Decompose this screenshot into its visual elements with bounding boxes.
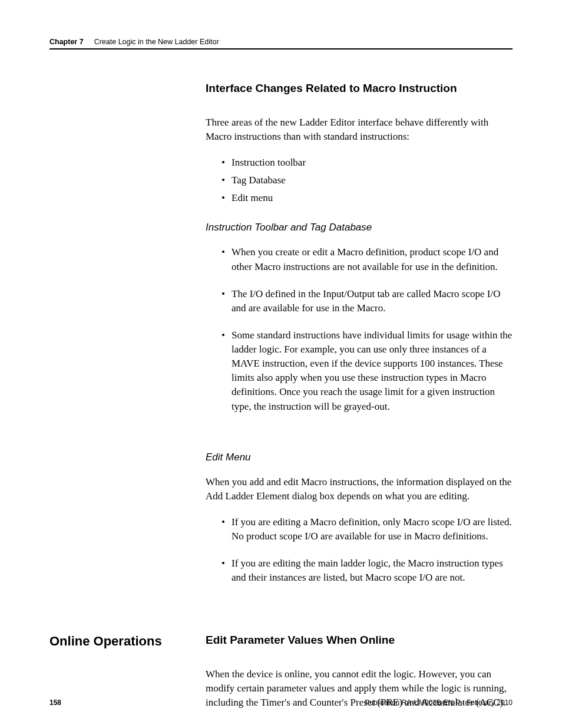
intro-paragraph: Three areas of the new Ladder Editor int…: [206, 116, 513, 144]
subheading-edit-menu: Edit Menu: [206, 452, 513, 463]
list-item: If you are editing a Macro definition, o…: [206, 515, 513, 543]
page-footer: 158 Publication RA-UM003B-EN-P - Februar…: [49, 699, 513, 707]
subheading-instruction-toolbar: Instruction Toolbar and Tag Database: [206, 222, 513, 233]
list-item: Some standard instructions have individu…: [206, 328, 513, 414]
list-item: Edit menu: [206, 191, 513, 205]
page-number: 158: [49, 699, 61, 707]
areas-list: Instruction toolbar Tag Database Edit me…: [206, 156, 513, 205]
list-item: When you create or edit a Macro definiti…: [206, 245, 513, 274]
spacer: [206, 430, 513, 449]
left-margin-column: Online Operations: [49, 633, 188, 722]
sub1-bullets: When you create or edit a Macro definiti…: [206, 245, 513, 413]
side-heading-online-operations: Online Operations: [49, 633, 188, 650]
spacer: [49, 601, 513, 633]
publication-info: Publication RA-UM003B-EN-P - February 20…: [365, 699, 513, 707]
main-column: Interface Changes Related to Macro Instr…: [206, 81, 513, 601]
sub2-bullets: If you are editing a Macro definition, o…: [206, 515, 513, 585]
sub2-intro: When you add and edit Macro instructions…: [206, 475, 513, 503]
list-item: Tag Database: [206, 173, 513, 187]
left-margin-column: [49, 81, 188, 601]
list-item: The I/O defined in the Input/Output tab …: [206, 287, 513, 315]
running-header: Chapter 7 Create Logic in the New Ladder…: [49, 38, 513, 50]
content-columns: Interface Changes Related to Macro Instr…: [49, 81, 513, 601]
list-item: Instruction toolbar: [206, 156, 513, 170]
header-title: Create Logic in the New Ladder Editor: [94, 38, 219, 46]
content-columns-2: Online Operations Edit Parameter Values …: [49, 633, 513, 722]
header-chapter: Chapter 7: [49, 38, 84, 46]
section-heading-interface-changes: Interface Changes Related to Macro Instr…: [206, 81, 513, 95]
list-item: If you are editing the main ladder logic…: [206, 556, 513, 585]
main-column: Edit Parameter Values When Online When t…: [206, 633, 513, 722]
document-page: Chapter 7 Create Logic in the New Ladder…: [0, 0, 562, 728]
section-heading-edit-parameter: Edit Parameter Values When Online: [206, 633, 513, 647]
